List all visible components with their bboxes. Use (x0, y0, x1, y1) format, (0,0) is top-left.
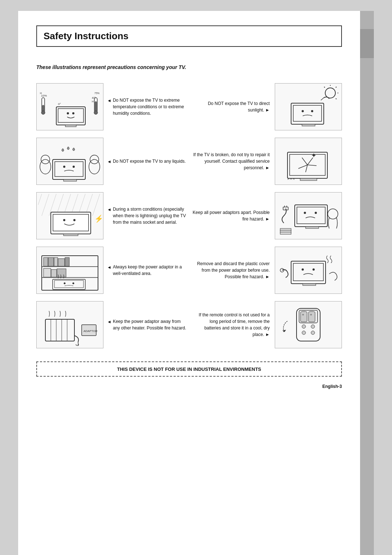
instruction-row-3: ⚡ ◄ During a storm conditions (especiall… (36, 189, 342, 242)
instruction-text-5-right: If the remote control is not used for a … (192, 312, 271, 338)
svg-text:✦: ✦ (311, 152, 317, 159)
ventilation-icon (38, 248, 102, 292)
bottom-notice: THIS DEVICE IS NOT FOR USE IN INDUSTRIAL… (36, 361, 342, 377)
page-number: English-3 (36, 384, 342, 389)
svg-point-4 (72, 112, 74, 114)
svg-rect-117 (310, 311, 314, 312)
instruction-left-2: ◄ Do NOT expose the TV to any liquids. (36, 135, 189, 188)
svg-rect-91 (51, 270, 57, 277)
svg-text:40°: 40° (92, 97, 96, 99)
svg-line-51 (67, 194, 71, 205)
svg-line-48 (45, 194, 49, 205)
svg-line-27 (324, 87, 325, 88)
illustration-liquid (36, 138, 103, 185)
page-subtitle: These illustrations represent precaution… (36, 64, 342, 70)
svg-point-120 (302, 325, 306, 328)
svg-line-26 (336, 98, 336, 99)
illustration-power-adaptor (275, 192, 342, 239)
instruction-text-2-left: ◄ Do NOT expose the TV to any liquids. (107, 158, 186, 165)
svg-line-49 (53, 194, 56, 205)
instruction-left-1: 10% H 75% 40° H 0° (36, 80, 189, 133)
svg-point-22 (325, 88, 335, 98)
svg-rect-2 (65, 125, 76, 127)
svg-line-108 (76, 344, 77, 346)
instruction-row-1: 10% H 75% 40° H 0° (36, 80, 342, 133)
svg-point-74 (315, 212, 317, 214)
svg-rect-94 (54, 280, 83, 288)
instruction-text-5-left: ◄ Keep the power adaptor away from any o… (107, 318, 186, 331)
svg-rect-80 (280, 232, 291, 234)
svg-point-68 (73, 219, 75, 221)
instruction-row-5: ADAPTOR ◄ Keep the power adaptor away fr… (36, 298, 342, 351)
svg-rect-103 (45, 319, 74, 341)
svg-line-63 (93, 205, 96, 216)
svg-point-3 (67, 112, 69, 114)
svg-rect-98 (293, 263, 323, 281)
svg-rect-99 (303, 284, 316, 285)
svg-point-122 (302, 331, 306, 335)
svg-line-52 (74, 194, 78, 205)
svg-rect-116 (302, 311, 306, 312)
storm-icon: ⚡ (38, 194, 102, 238)
svg-rect-1 (58, 109, 83, 122)
svg-marker-124 (282, 330, 286, 332)
instruction-left-4: ◄ Always keep the power adaptor in a wel… (36, 244, 189, 297)
svg-text:+: + (302, 313, 304, 317)
illustration-ventilation (36, 247, 103, 294)
svg-line-50 (60, 194, 64, 205)
svg-rect-65 (53, 214, 89, 231)
liquid-icon (38, 139, 102, 183)
title-box: Safety Instructions (36, 25, 342, 47)
svg-rect-66 (64, 234, 78, 236)
instruction-text-4-left: ◄ Always keep the power adaptor in a wel… (107, 264, 186, 277)
instruction-text-1-left: ◄ Do NOT expose the TV to extreme temper… (107, 97, 186, 117)
temp-humidity-icon: 10% H 75% 40° H 0° (38, 85, 102, 129)
instruction-text-3-left: ◄ During a storm conditions (especially … (107, 206, 186, 226)
svg-text:H: H (40, 92, 42, 94)
svg-line-24 (336, 87, 336, 88)
svg-line-40 (302, 158, 307, 165)
svg-line-54 (89, 194, 93, 205)
svg-text:^ ^ ^: ^ ^ ^ (287, 178, 295, 182)
svg-point-101 (313, 268, 315, 271)
instruction-right-2: If the TV is broken, do not try to repai… (189, 135, 342, 188)
broken-tv-icon: ✦ ^ ^ ^ (277, 139, 340, 183)
svg-rect-71 (297, 207, 325, 224)
power-adaptor-icon (277, 194, 340, 238)
instruction-right-4: Remove and discard the plastic cover fro… (189, 244, 342, 297)
svg-point-20 (302, 110, 304, 112)
illustration-remote-batteries: + + (275, 301, 342, 348)
svg-point-95 (64, 283, 66, 284)
page: Safety Instructions These illustrations … (18, 11, 374, 555)
instruction-row-4: ◄ Always keep the power adaptor in a wel… (36, 244, 342, 297)
svg-point-123 (311, 331, 315, 335)
svg-point-32 (73, 166, 75, 168)
svg-line-47 (38, 194, 42, 205)
svg-point-13 (94, 111, 98, 114)
svg-text:10%: 10% (41, 94, 47, 97)
svg-rect-86 (48, 258, 54, 266)
instruction-text-3-right: Keep all power adaptors apart. Possible … (192, 209, 271, 222)
svg-rect-19 (302, 124, 315, 126)
illustration-plastic-cover (275, 247, 342, 294)
svg-rect-39 (300, 178, 317, 181)
instruction-right-1: Do NOT expose the TV to direct sunlight.… (189, 80, 342, 133)
svg-text:+: + (310, 313, 312, 317)
svg-text:⚡: ⚡ (94, 214, 102, 223)
instruction-right-3: Keep all power adaptors apart. Possible … (189, 189, 342, 242)
page-title: Safety Instructions (44, 31, 128, 41)
svg-rect-88 (58, 259, 65, 266)
svg-point-100 (302, 268, 304, 271)
svg-rect-93 (53, 279, 85, 289)
plastic-cover-icon (277, 248, 340, 292)
svg-rect-90 (44, 268, 51, 277)
svg-rect-97 (291, 261, 326, 284)
svg-line-53 (82, 194, 85, 205)
svg-rect-6 (42, 105, 44, 112)
illustration-heater: ADAPTOR (36, 301, 103, 348)
svg-text:ADAPTOR: ADAPTOR (83, 329, 98, 333)
instruction-left-5: ADAPTOR ◄ Keep the power adaptor away fr… (36, 298, 189, 351)
illustration-storm: ⚡ (36, 192, 103, 239)
svg-point-96 (73, 283, 74, 284)
svg-rect-30 (64, 179, 77, 181)
